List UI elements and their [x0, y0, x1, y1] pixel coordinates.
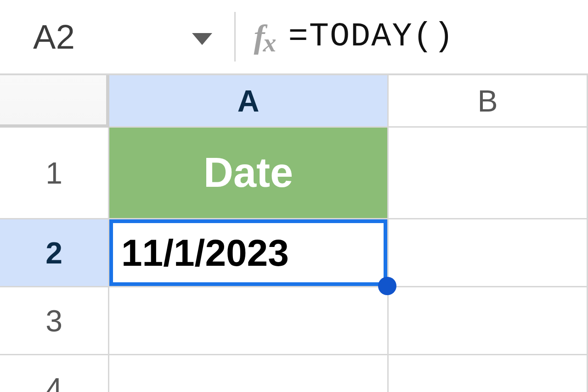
- row-header-2[interactable]: 2: [0, 219, 109, 287]
- fx-icon: fx: [254, 18, 275, 56]
- cell-a2[interactable]: 11/1/2023: [109, 219, 389, 287]
- cell-a1[interactable]: Date: [109, 128, 389, 219]
- cell-a3[interactable]: [109, 287, 389, 355]
- cell-a1-value: Date: [204, 149, 293, 196]
- formula-input[interactable]: =TODAY(): [288, 18, 455, 56]
- name-box-value: A2: [33, 17, 75, 56]
- chevron-down-icon[interactable]: [192, 33, 212, 45]
- divider: [234, 12, 236, 62]
- column-header-b[interactable]: B: [389, 75, 588, 128]
- row-header-4[interactable]: 4: [0, 355, 109, 392]
- cell-a2-value: 11/1/2023: [121, 231, 289, 274]
- cell-b3[interactable]: [389, 287, 588, 355]
- cell-b2[interactable]: [389, 219, 588, 287]
- row-header-3[interactable]: 3: [0, 287, 109, 355]
- formula-bar: A2 fx =TODAY(): [0, 0, 588, 73]
- row-header-1[interactable]: 1: [0, 128, 109, 219]
- spreadsheet-grid: A B 1 Date 2 11/1/2023 3 4: [0, 73, 588, 392]
- name-box[interactable]: A2: [33, 17, 212, 56]
- select-all-corner[interactable]: [0, 75, 109, 128]
- column-header-a[interactable]: A: [109, 75, 389, 128]
- fill-handle[interactable]: [378, 277, 396, 295]
- cell-b1[interactable]: [389, 128, 588, 219]
- cell-b4[interactable]: [389, 355, 588, 392]
- cell-a4[interactable]: [109, 355, 389, 392]
